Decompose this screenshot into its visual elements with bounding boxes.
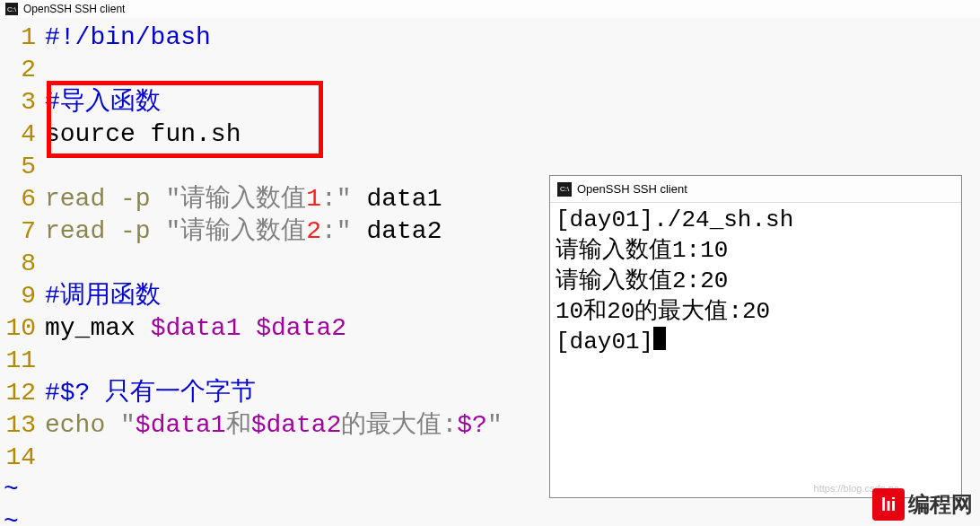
code-token: "请输入数值 xyxy=(165,215,306,248)
code-token: source fun.sh xyxy=(45,118,241,151)
line-number: 7 xyxy=(0,215,45,248)
line-number: 13 xyxy=(0,409,45,442)
code-token: $data2 xyxy=(256,312,346,345)
line-number: 12 xyxy=(0,377,45,409)
terminal-title-text: OpenSSH SSH client xyxy=(577,182,687,196)
code-token: " xyxy=(120,409,136,442)
code-token: #$? 只有一个字节 xyxy=(45,377,256,409)
terminal-output[interactable]: [day01]./24_sh.sh 请输入数值1:10 请输入数值2:20 10… xyxy=(550,203,961,359)
line-number: 10 xyxy=(0,312,45,345)
site-logo: lıi 编程网 xyxy=(872,488,973,521)
code-token: "请输入数值 xyxy=(165,183,306,215)
vim-tilde: ~ xyxy=(0,506,980,526)
line-number: 11 xyxy=(0,345,45,377)
terminal-line: 请输入数值1:10 xyxy=(556,237,728,264)
terminal-line: 10和20的最大值:20 xyxy=(556,298,770,325)
code-token: 1 xyxy=(306,183,321,215)
code-token: #调用函数 xyxy=(45,280,161,312)
code-token xyxy=(241,312,256,345)
main-title-text: OpenSSH SSH client xyxy=(23,3,125,15)
code-token: 2 xyxy=(306,215,321,248)
line-number: 8 xyxy=(0,248,45,280)
code-token: :" xyxy=(321,215,352,248)
code-token: my_max xyxy=(45,312,151,345)
line-number: 3 xyxy=(0,86,45,118)
code-token: 和 xyxy=(226,409,251,442)
code-token: $data1 xyxy=(136,409,226,442)
main-title-bar: C:\ OpenSSH SSH client xyxy=(0,0,980,18)
code-token: data1 xyxy=(352,183,442,215)
terminal-cursor xyxy=(653,327,666,350)
code-token: #导入函数 xyxy=(45,86,161,118)
line-number: 6 xyxy=(0,183,45,215)
logo-icon: lıi xyxy=(872,488,905,521)
code-token: :" xyxy=(321,183,352,215)
line-number: 1 xyxy=(0,22,45,54)
code-token: echo xyxy=(45,409,120,442)
cmd-icon: C:\ xyxy=(5,3,18,15)
line-number: 4 xyxy=(0,118,45,151)
code-token: data2 xyxy=(352,215,442,248)
terminal-window[interactable]: C:\ OpenSSH SSH client [day01]./24_sh.sh… xyxy=(549,175,962,498)
code-token: " xyxy=(487,409,503,442)
code-token: $? xyxy=(457,409,487,442)
terminal-line: 请输入数值2:20 xyxy=(556,267,728,294)
line-number: 5 xyxy=(0,151,45,183)
terminal-line: [day01]./24_sh.sh xyxy=(556,206,793,233)
code-token: $data1 xyxy=(151,312,241,345)
code-token: #!/bin/bash xyxy=(45,22,211,54)
terminal-line: [day01] xyxy=(556,329,653,355)
code-token: 的最大值: xyxy=(341,409,457,442)
logo-text: 编程网 xyxy=(908,490,973,519)
code-token: read -p xyxy=(45,183,165,215)
terminal-title-bar: C:\ OpenSSH SSH client xyxy=(550,176,961,203)
code-token: $data2 xyxy=(251,409,342,442)
line-number: 9 xyxy=(0,280,45,312)
cmd-icon: C:\ xyxy=(557,182,572,197)
line-number: 14 xyxy=(0,442,45,474)
code-token: read -p xyxy=(45,215,165,248)
line-number: 2 xyxy=(0,54,45,86)
